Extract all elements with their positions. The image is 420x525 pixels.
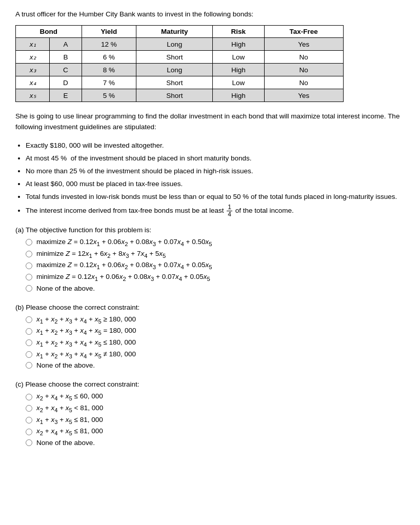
taxfree-cell: Yes bbox=[264, 38, 344, 51]
bond-letter-cell: E bbox=[50, 89, 82, 102]
bond-x-cell: x₂ bbox=[16, 51, 50, 64]
guideline-5: Total funds invested in low-risk bonds m… bbox=[26, 191, 405, 203]
yield-cell: 6 % bbox=[82, 51, 136, 64]
maturity-cell: Long bbox=[136, 38, 213, 51]
bonds-table: Bond Yield Maturity Risk Tax-Free x₁ A 1… bbox=[15, 25, 344, 102]
taxfree-header: Tax-Free bbox=[264, 26, 344, 38]
part-a-option-2-text: minimize Z = 12x1 + 6x2 + 8x3 + 7x4 + 5x… bbox=[36, 250, 166, 259]
part-b-radio-4[interactable] bbox=[26, 351, 32, 358]
maturity-cell: Short bbox=[136, 76, 213, 89]
part-a-option-4-text: minimize Z = 0.12x1 + 0.06x2 + 0.08x3 + … bbox=[36, 273, 210, 282]
bond-letter-cell: D bbox=[50, 76, 82, 89]
part-c-option-1-text: x2 + x4 + x5 ≤ 60, 000 bbox=[36, 392, 103, 401]
table-row: x₅ E 5 % Short High Yes bbox=[16, 89, 344, 102]
part-c-radio-2[interactable] bbox=[26, 405, 32, 412]
risk-cell: Low bbox=[213, 76, 264, 89]
table-row: x₁ A 12 % Long High Yes bbox=[16, 38, 344, 51]
risk-cell: Low bbox=[213, 51, 264, 64]
maturity-header: Maturity bbox=[136, 26, 213, 38]
guideline-1: Exactly $180, 000 will be invested altog… bbox=[26, 140, 405, 152]
part-c-radio-4[interactable] bbox=[26, 429, 32, 435]
guideline-3: No more than 25 % of the investment shou… bbox=[26, 166, 405, 177]
part-a-option-5[interactable]: None of the above. bbox=[26, 285, 405, 292]
part-b-option-4-text: x1 + x2 + x3 + x4 + x5 ≠ 180, 000 bbox=[36, 350, 136, 359]
maturity-cell: Long bbox=[136, 64, 213, 76]
description-text: She is going to use linear programming t… bbox=[15, 111, 405, 133]
taxfree-cell: No bbox=[264, 51, 344, 64]
part-c-option-3-text: x1 + x3 + x5 ≤ 81, 000 bbox=[36, 416, 103, 425]
yield-cell: 7 % bbox=[82, 76, 136, 89]
taxfree-cell: Yes bbox=[264, 89, 344, 102]
yield-cell: 5 % bbox=[82, 89, 136, 102]
part-b-radio-1[interactable] bbox=[26, 316, 32, 323]
table-row: x₂ B 6 % Short Low No bbox=[16, 51, 344, 64]
part-a-radio-4[interactable] bbox=[26, 274, 32, 280]
table-row: x₃ C 8 % Long High No bbox=[16, 64, 344, 76]
bond-header: Bond bbox=[16, 26, 82, 38]
part-a-option-1-text: maximize Z = 0.12x1 + 0.06x2 + 0.08x3 + … bbox=[36, 238, 212, 247]
part-a-option-5-text: None of the above. bbox=[36, 285, 95, 292]
guidelines-list: Exactly $180, 000 will be invested altog… bbox=[26, 140, 405, 218]
bond-letter-cell: C bbox=[50, 64, 82, 76]
guideline-4: At least $60, 000 must be placed in tax-… bbox=[26, 178, 405, 190]
part-c-options: x2 + x4 + x5 ≤ 60, 000 x2 + x4 + x5 < 81… bbox=[26, 392, 405, 447]
part-a-options: maximize Z = 0.12x1 + 0.06x2 + 0.08x3 + … bbox=[26, 238, 405, 292]
part-b-option-2[interactable]: x1 + x2 + x3 + x4 + x5 = 180, 000 bbox=[26, 327, 405, 336]
guideline-2: At most 45 % of the investment should be… bbox=[26, 153, 405, 165]
part-c-option-5-text: None of the above. bbox=[36, 439, 95, 447]
maturity-cell: Short bbox=[136, 51, 213, 64]
part-a-option-1[interactable]: maximize Z = 0.12x1 + 0.06x2 + 0.08x3 + … bbox=[26, 238, 405, 247]
part-c-option-4-text: x2 + x4 + x5 ≤ 81, 000 bbox=[36, 427, 103, 436]
bond-x-cell: x₁ bbox=[16, 38, 50, 51]
part-c-radio-1[interactable] bbox=[26, 394, 32, 400]
part-b-option-5-text: None of the above. bbox=[36, 361, 95, 369]
risk-cell: High bbox=[213, 89, 264, 102]
intro-text: A trust officer for the Humber City Bank… bbox=[15, 10, 405, 18]
table-row: x₄ D 7 % Short Low No bbox=[16, 76, 344, 89]
part-b-options: x1 + x2 + x3 + x4 + x5 ≥ 180, 000 x1 + x… bbox=[26, 315, 405, 370]
risk-header: Risk bbox=[213, 26, 264, 38]
part-b-option-3-text: x1 + x2 + x3 + x4 + x5 ≤ 180, 000 bbox=[36, 338, 136, 348]
bond-x-cell: x₅ bbox=[16, 89, 50, 102]
bond-x-cell: x₃ bbox=[16, 64, 50, 76]
bond-x-cell: x₄ bbox=[16, 76, 50, 89]
part-c-option-2-text: x2 + x4 + x5 < 81, 000 bbox=[36, 404, 103, 413]
part-b-radio-5[interactable] bbox=[26, 362, 32, 369]
guideline-6: The interest income derived from tax-fre… bbox=[26, 204, 405, 218]
part-c-radio-5[interactable] bbox=[26, 439, 32, 446]
yield-cell: 12 % bbox=[82, 38, 136, 51]
part-b-label: (b) Please choose the correct constraint… bbox=[15, 304, 405, 311]
part-b-option-3[interactable]: x1 + x2 + x3 + x4 + x5 ≤ 180, 000 bbox=[26, 338, 405, 348]
yield-cell: 8 % bbox=[82, 64, 136, 76]
part-a-radio-5[interactable] bbox=[26, 285, 32, 292]
part-a-radio-3[interactable] bbox=[26, 262, 32, 269]
part-b-option-4[interactable]: x1 + x2 + x3 + x4 + x5 ≠ 180, 000 bbox=[26, 350, 405, 359]
part-b-option-1[interactable]: x1 + x2 + x3 + x4 + x5 ≥ 180, 000 bbox=[26, 315, 405, 325]
bond-letter-cell: B bbox=[50, 51, 82, 64]
part-b-radio-3[interactable] bbox=[26, 339, 32, 346]
part-a-radio-2[interactable] bbox=[26, 251, 32, 257]
maturity-cell: Short bbox=[136, 89, 213, 102]
part-c-option-5[interactable]: None of the above. bbox=[26, 439, 405, 447]
part-a-option-2[interactable]: minimize Z = 12x1 + 6x2 + 8x3 + 7x4 + 5x… bbox=[26, 250, 405, 259]
part-b-radio-2[interactable] bbox=[26, 328, 32, 335]
part-b-option-2-text: x1 + x2 + x3 + x4 + x5 = 180, 000 bbox=[36, 327, 136, 336]
part-c-option-4[interactable]: x2 + x4 + x5 ≤ 81, 000 bbox=[26, 427, 405, 436]
part-a-option-3-text: maximize Z = 0.12x1 + 0.06x2 + 0.08x3 + … bbox=[36, 261, 212, 270]
part-b-option-5[interactable]: None of the above. bbox=[26, 361, 405, 369]
taxfree-cell: No bbox=[264, 76, 344, 89]
part-a-option-3[interactable]: maximize Z = 0.12x1 + 0.06x2 + 0.08x3 + … bbox=[26, 261, 405, 270]
risk-cell: High bbox=[213, 38, 264, 51]
part-a-radio-1[interactable] bbox=[26, 239, 32, 246]
part-c-option-2[interactable]: x2 + x4 + x5 < 81, 000 bbox=[26, 404, 405, 413]
part-c-option-3[interactable]: x1 + x3 + x5 ≤ 81, 000 bbox=[26, 416, 405, 425]
part-b-option-1-text: x1 + x2 + x3 + x4 + x5 ≥ 180, 000 bbox=[36, 315, 136, 325]
part-c-option-1[interactable]: x2 + x4 + x5 ≤ 60, 000 bbox=[26, 392, 405, 401]
part-c-label: (c) Please choose the correct constraint… bbox=[15, 380, 405, 388]
part-a-option-4[interactable]: minimize Z = 0.12x1 + 0.06x2 + 0.08x3 + … bbox=[26, 273, 405, 282]
part-c-radio-3[interactable] bbox=[26, 417, 32, 423]
yield-header: Yield bbox=[82, 26, 136, 38]
bond-letter-cell: A bbox=[50, 38, 82, 51]
risk-cell: High bbox=[213, 64, 264, 76]
taxfree-cell: No bbox=[264, 64, 344, 76]
